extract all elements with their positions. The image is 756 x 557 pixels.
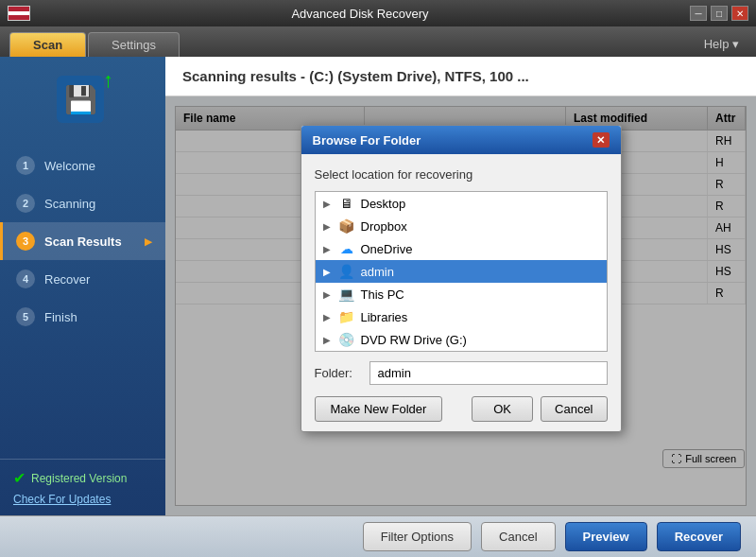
sidebar-item-welcome[interactable]: 1 Welcome: [0, 147, 165, 184]
tree-label-dvd: DVD RW Drive (G:): [361, 333, 467, 347]
help-button[interactable]: Help ▾: [696, 33, 747, 55]
libraries-icon: 📁: [338, 309, 355, 324]
sidebar: 💾 ↑ 1 Welcome 2 Scanning 3 Scan Results …: [0, 57, 165, 515]
tree-item-onedrive[interactable]: ▶ ☁ OneDrive: [316, 237, 607, 260]
thispc-icon: 💻: [338, 287, 355, 302]
modal-title: Browse For Folder: [313, 133, 421, 148]
modal-ok-button[interactable]: OK: [472, 396, 533, 422]
tree-item-desktop[interactable]: ▶ 🖥 Desktop: [316, 192, 607, 215]
titlebar-controls: ─ □ ✕: [690, 6, 748, 21]
maximize-button[interactable]: □: [711, 6, 728, 21]
sidebar-item-scan-results[interactable]: 3 Scan Results ▶: [0, 222, 165, 260]
folder-input[interactable]: [369, 361, 608, 385]
modal-buttons: Make New Folder OK Cancel: [315, 392, 608, 422]
tree-item-libraries[interactable]: ▶ 📁 Libraries: [316, 305, 607, 328]
flag-icon: [8, 6, 30, 21]
check-icon: ✔: [13, 469, 26, 487]
minimize-button[interactable]: ─: [690, 6, 707, 21]
preview-button[interactable]: Preview: [565, 522, 647, 551]
make-new-folder-button[interactable]: Make New Folder: [315, 396, 443, 422]
tabbar-left: Scan Settings: [9, 32, 180, 57]
sidebar-item-scanning[interactable]: 2 Scanning: [0, 184, 165, 222]
sidebar-item-recover[interactable]: 4 Recover: [0, 260, 165, 298]
sidebar-bottom: ✔ Registered Version Check For Updates: [0, 459, 165, 515]
expand-icon: ▶: [323, 335, 336, 345]
app-logo: 💾 ↑: [57, 76, 109, 128]
titlebar: Advanced Disk Recovery ─ □ ✕: [0, 0, 756, 26]
admin-icon: 👤: [338, 264, 355, 279]
folder-tree[interactable]: ▶ 🖥 Desktop ▶ 📦 Dropbox: [315, 191, 608, 352]
modal-subtitle: Select location for recovering: [315, 167, 608, 182]
bottom-right: Filter Options Cancel Preview Recover: [363, 522, 741, 551]
modal-cancel-button[interactable]: Cancel: [541, 396, 607, 422]
sidebar-logo: 💾 ↑: [0, 66, 165, 137]
check-updates-link[interactable]: Check For Updates: [13, 493, 152, 506]
tree-item-dvd[interactable]: ▶ 💿 DVD RW Drive (G:): [316, 328, 607, 351]
dropbox-icon: 📦: [338, 218, 355, 234]
modal-body: Select location for recovering ▶ 🖥 Deskt…: [301, 154, 621, 431]
expand-icon: ▶: [323, 289, 336, 300]
chevron-icon: ▶: [145, 236, 152, 247]
sidebar-item-finish[interactable]: 5 Finish: [0, 298, 165, 336]
tree-label-dropbox: Dropbox: [361, 219, 407, 234]
step-num-2: 2: [16, 194, 35, 213]
tree-label-admin: admin: [361, 265, 394, 279]
step-num-1: 1: [16, 156, 35, 175]
desktop-icon: 🖥: [338, 196, 355, 211]
expand-icon: ▶: [323, 244, 336, 254]
tab-scan[interactable]: Scan: [9, 32, 86, 57]
expand-icon: ▶: [323, 267, 336, 277]
folder-label: Folder:: [315, 366, 362, 380]
tree-label-desktop: Desktop: [361, 197, 406, 211]
modal-overlay: Browse For Folder ✕ Select location for …: [165, 96, 756, 515]
close-button[interactable]: ✕: [731, 6, 748, 21]
folder-row: Folder:: [315, 361, 608, 385]
modal-close-button[interactable]: ✕: [593, 132, 610, 148]
main-area: 💾 ↑ 1 Welcome 2 Scanning 3 Scan Results …: [0, 57, 756, 515]
sidebar-label-welcome: Welcome: [44, 159, 95, 173]
content-area: Scanning results - (C:) (System Drive), …: [165, 57, 756, 515]
dvd-icon: 💿: [338, 332, 355, 347]
bottom-bar: Filter Options Cancel Preview Recover: [0, 515, 756, 557]
expand-icon: ▶: [323, 312, 336, 322]
expand-icon: ▶: [323, 221, 336, 232]
tree-item-thispc[interactable]: ▶ 💻 This PC: [316, 283, 607, 305]
step-num-4: 4: [16, 270, 35, 288]
app-wrapper: Advanced Disk Recovery ─ □ ✕ Scan Settin…: [0, 0, 756, 557]
titlebar-title: Advanced Disk Recovery: [30, 7, 690, 21]
step-num-5: 5: [16, 307, 35, 326]
registered-label: Registered Version: [31, 472, 127, 485]
registered-status: ✔ Registered Version: [13, 469, 152, 487]
tree-item-network[interactable]: ▶ 🌐 Network: [316, 351, 607, 352]
sidebar-label-scanning: Scanning: [44, 197, 95, 211]
tree-label-thispc: This PC: [361, 287, 404, 302]
tree-label-libraries: Libraries: [361, 310, 408, 324]
tabbar: Scan Settings Help ▾: [0, 26, 756, 57]
tree-item-dropbox[interactable]: ▶ 📦 Dropbox: [316, 215, 607, 237]
sidebar-label-recover: Recover: [44, 272, 90, 287]
tab-settings[interactable]: Settings: [88, 32, 180, 57]
tree-label-onedrive: OneDrive: [361, 242, 413, 256]
modal-titlebar: Browse For Folder ✕: [301, 126, 621, 154]
content-body: File name Last modified Attr RH: [165, 96, 756, 515]
expand-icon: ▶: [323, 199, 336, 209]
browse-folder-modal: Browse For Folder ✕ Select location for …: [301, 125, 622, 432]
tree-item-admin[interactable]: ▶ 👤 admin: [316, 260, 607, 283]
cancel-button[interactable]: Cancel: [481, 522, 555, 551]
content-header: Scanning results - (C:) (System Drive), …: [165, 57, 756, 96]
modal-ok-cancel: OK Cancel: [472, 396, 607, 422]
step-num-3: 3: [16, 232, 35, 251]
filter-options-button[interactable]: Filter Options: [363, 522, 472, 551]
onedrive-icon: ☁: [338, 241, 355, 256]
sidebar-label-finish: Finish: [44, 310, 77, 324]
sidebar-label-scan-results: Scan Results: [44, 235, 122, 249]
recover-button[interactable]: Recover: [657, 522, 741, 551]
